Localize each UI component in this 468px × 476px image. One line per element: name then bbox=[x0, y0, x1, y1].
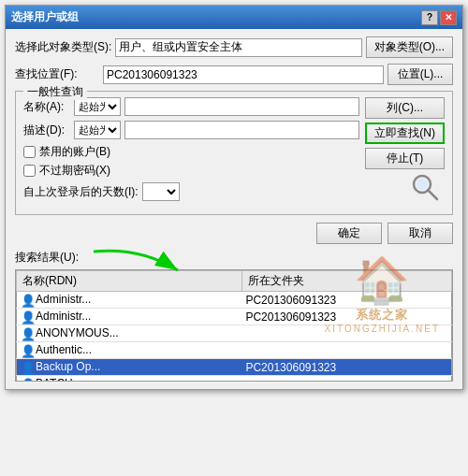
disabled-accounts-checkbox[interactable] bbox=[23, 146, 36, 158]
user-icon: 👤 bbox=[21, 361, 34, 374]
name-row: 名称(A): 起始为 bbox=[23, 97, 359, 116]
result-folder-cell bbox=[241, 376, 451, 382]
table-row[interactable]: 👤ANONYMOUS... bbox=[17, 325, 452, 342]
result-name-cell: 👤ANONYMOUS... bbox=[17, 325, 242, 342]
desc-combo[interactable]: 起始为 bbox=[74, 121, 121, 139]
table-row[interactable]: 👤Administr...PC201306091323 bbox=[17, 309, 452, 325]
cancel-button[interactable]: 取消 bbox=[388, 223, 453, 244]
name-input[interactable] bbox=[124, 97, 359, 116]
result-folder-cell bbox=[241, 342, 451, 359]
user-icon: 👤 bbox=[21, 344, 34, 357]
name-field-label: 名称(A): bbox=[23, 99, 70, 115]
results-table-container[interactable]: 名称(RDN) 所在文件夹 👤Administr...PC20130609132… bbox=[15, 269, 453, 382]
svg-point-2 bbox=[417, 179, 428, 190]
object-type-label: 选择此对象类型(S): bbox=[15, 39, 111, 55]
result-name-cell: 👤BATCH bbox=[17, 376, 242, 382]
main-window: 选择用户或组 ? ✕ 选择此对象类型(S): 对象类型(O)... 查找位置(F… bbox=[5, 5, 463, 390]
location-label: 查找位置(F): bbox=[15, 66, 99, 82]
col-button[interactable]: 列(C)... bbox=[365, 97, 445, 119]
desc-input[interactable] bbox=[124, 121, 359, 139]
confirm-button[interactable]: 确定 bbox=[316, 223, 382, 244]
window-title: 选择用户或组 bbox=[11, 9, 79, 25]
table-row[interactable]: 👤Administr...PC201306091323 bbox=[17, 292, 452, 309]
location-row: 查找位置(F): 位置(L)... bbox=[15, 64, 453, 85]
days-since-row: 自上次登录后的天数(I): bbox=[23, 182, 359, 201]
result-folder-cell bbox=[241, 325, 451, 342]
general-fields: 名称(A): 起始为 描述(D): 起始为 bbox=[23, 97, 359, 207]
user-icon: 👤 bbox=[21, 327, 34, 340]
table-row[interactable]: 👤Backup Op...PC201306091323 bbox=[17, 359, 452, 376]
col-name-header: 名称(RDN) bbox=[17, 271, 242, 292]
title-bar-buttons: ? ✕ bbox=[421, 10, 457, 25]
object-type-button[interactable]: 对象类型(O)... bbox=[366, 36, 453, 58]
right-buttons: 列(C)... 立即查找(N) 停止(T) bbox=[365, 97, 445, 169]
object-type-input bbox=[115, 38, 361, 57]
search-icon bbox=[407, 169, 445, 207]
bottom-buttons: 确定 取消 bbox=[15, 223, 453, 244]
svg-line-1 bbox=[428, 190, 437, 199]
result-name-cell: 👤Administr... bbox=[17, 309, 242, 325]
no-expire-checkbox[interactable] bbox=[23, 165, 36, 177]
close-button[interactable]: ✕ bbox=[440, 10, 457, 25]
result-name-cell: 👤Backup Op... bbox=[17, 359, 242, 376]
result-folder-cell: PC201306091323 bbox=[241, 292, 451, 309]
help-button[interactable]: ? bbox=[421, 10, 438, 25]
dialog-content: 选择此对象类型(S): 对象类型(O)... 查找位置(F): 位置(L)...… bbox=[6, 29, 462, 389]
user-icon: 👤 bbox=[21, 294, 34, 307]
days-since-label: 自上次登录后的天数(I): bbox=[23, 184, 139, 200]
result-name-cell: 👤Administr... bbox=[17, 292, 242, 309]
object-type-row: 选择此对象类型(S): 对象类型(O)... bbox=[15, 36, 453, 58]
results-table: 名称(RDN) 所在文件夹 👤Administr...PC20130609132… bbox=[16, 270, 452, 382]
location-button[interactable]: 位置(L)... bbox=[388, 64, 453, 85]
user-icon: 👤 bbox=[21, 378, 34, 382]
user-icon: 👤 bbox=[21, 310, 34, 324]
general-query-box: 一般性查询 名称(A): 起始为 描述(D): 起 bbox=[15, 91, 453, 215]
desc-row: 描述(D): 起始为 bbox=[23, 121, 359, 139]
col-folder-header: 所在文件夹 bbox=[241, 271, 451, 292]
result-name-cell: 👤Authentic... bbox=[17, 342, 242, 359]
general-section: 名称(A): 起始为 描述(D): 起始为 bbox=[23, 97, 445, 207]
table-row[interactable]: 👤Authentic... bbox=[17, 342, 452, 359]
stop-button[interactable]: 停止(T) bbox=[365, 148, 445, 169]
result-folder-cell: PC201306091323 bbox=[241, 359, 451, 376]
no-expire-label: 不过期密码(X) bbox=[39, 163, 110, 179]
disabled-accounts-label: 禁用的账户(B) bbox=[39, 144, 110, 160]
general-query-title: 一般性查询 bbox=[23, 84, 87, 100]
title-bar: 选择用户或组 ? ✕ bbox=[6, 6, 462, 29]
result-folder-cell: PC201306091323 bbox=[241, 309, 451, 325]
location-input bbox=[103, 65, 384, 84]
disabled-accounts-row: 禁用的账户(B) bbox=[23, 144, 359, 160]
table-row[interactable]: 👤BATCH bbox=[17, 376, 452, 382]
search-results-label: 搜索结果(U): bbox=[15, 250, 453, 266]
name-combo[interactable]: 起始为 bbox=[74, 97, 121, 116]
desc-field-label: 描述(D): bbox=[23, 123, 70, 138]
search-now-button[interactable]: 立即查找(N) bbox=[365, 123, 445, 144]
days-select[interactable] bbox=[142, 182, 180, 201]
no-expire-row: 不过期密码(X) bbox=[23, 163, 359, 179]
